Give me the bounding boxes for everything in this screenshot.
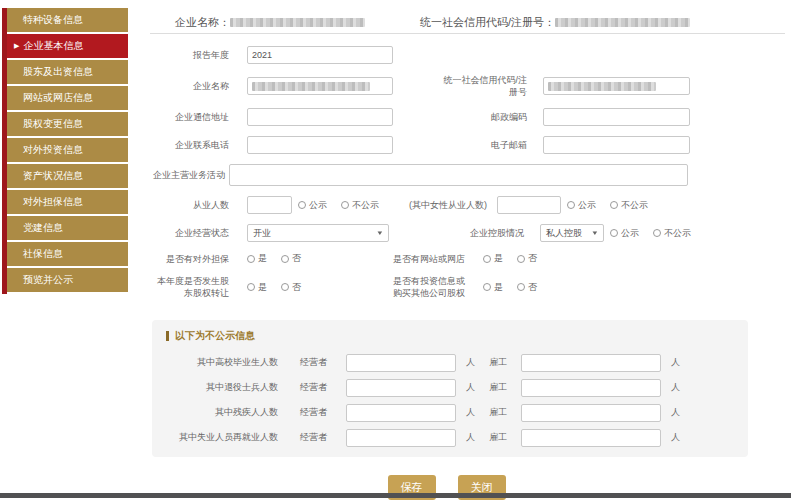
reemployed-label: 其中失业人员再就业人数 — [152, 431, 278, 444]
sidebar-item-guarantee[interactable]: 对外担保信息 — [7, 190, 128, 214]
address-input[interactable] — [247, 108, 393, 126]
sidebar-item-basic-info[interactable]: ▶企业基本信息 — [7, 34, 128, 58]
equity-transfer-label: 本年度是否发生股东股权转让 — [150, 275, 247, 299]
investment-yes-radio[interactable] — [483, 283, 491, 291]
equity-transfer-yes-radio[interactable] — [247, 283, 255, 291]
phone-row: 企业联系电话 电子邮箱 — [150, 136, 791, 154]
guarantee-row: 是否有对外担保 是 否 是否有网站或网店 是 否 — [150, 252, 791, 265]
credit-code-header-label: 统一社会信用代码/注册号： — [420, 15, 555, 30]
address-label: 企业通信地址 — [150, 111, 247, 123]
nonpublic-section-header: 以下为不公示信息 — [166, 330, 748, 342]
company-name-input[interactable] — [247, 77, 393, 95]
female-public-radio[interactable] — [567, 201, 575, 209]
employees-label: 从业人数 — [150, 199, 247, 211]
business-status-value: 开业 — [253, 227, 271, 240]
section-marker-icon — [166, 331, 169, 341]
active-arrow-icon: ▶ — [14, 42, 19, 49]
website-yes-radio[interactable] — [483, 255, 491, 263]
graduates-operator-input[interactable] — [346, 354, 456, 372]
company-name-label: 企业名称 — [150, 80, 247, 92]
sidebar-item-assets[interactable]: 资产状况信息 — [7, 164, 128, 188]
phone-input[interactable] — [247, 136, 393, 154]
sidebar-item-special-equipment[interactable]: 特种设备信息 — [7, 8, 128, 32]
sidebar-item-shareholders[interactable]: 股东及出资信息 — [7, 60, 128, 84]
veterans-label: 其中退役士兵人数 — [152, 381, 278, 394]
sidebar-item-outbound-investment[interactable]: 对外投资信息 — [7, 138, 128, 162]
guarantee-label: 是否有对外担保 — [150, 253, 247, 265]
sidebar: 特种设备信息 ▶企业基本信息 股东及出资信息 网站或网店信息 股权变更信息 对外… — [2, 8, 128, 294]
equity-transfer-no-radio[interactable] — [281, 283, 289, 291]
sidebar-item-equity-change[interactable]: 股权变更信息 — [7, 112, 128, 136]
website-no-radio[interactable] — [517, 255, 525, 263]
employees-private-radio[interactable] — [341, 201, 349, 209]
disabled-operator-input[interactable] — [346, 404, 456, 422]
disabled-row: 其中残疾人人数 经营者 人 雇工 人 — [152, 404, 748, 422]
employees-public-radio[interactable] — [298, 201, 306, 209]
veterans-row: 其中退役士兵人数 经营者 人 雇工 人 — [152, 379, 748, 397]
nonpublic-rows: 其中高校毕业生人数 经营者 人 雇工 人 其中退役士兵人数 经营者 人 雇工 — [152, 354, 748, 447]
investment-no-radio[interactable] — [517, 283, 525, 291]
holding-status-label: 企业控股情况 — [389, 227, 540, 239]
sidebar-item-social-security[interactable]: 社保信息 — [7, 242, 128, 266]
sidebar-item-preview-publish[interactable]: 预览并公示 — [7, 268, 128, 292]
graduates-employee-input[interactable] — [521, 354, 661, 372]
holding-private-radio[interactable] — [653, 229, 661, 237]
company-name-row: 企业名称 统一社会信用代码/注册号 — [150, 74, 791, 98]
footer-bar — [0, 493, 791, 498]
summary-header: 企业名称： 统一社会信用代码/注册号： — [150, 0, 791, 33]
redacted-text — [548, 82, 656, 91]
investment-label: 是否有投资信息或购买其他公司股权 — [347, 275, 477, 299]
phone-label: 企业联系电话 — [150, 139, 247, 151]
graduates-label: 其中高校毕业生人数 — [152, 356, 278, 369]
report-year-label: 报告年度 — [150, 49, 247, 61]
disabled-label: 其中残疾人人数 — [152, 406, 278, 419]
female-employees-label: (其中女性从业人数) — [379, 199, 497, 211]
reemployed-operator-input[interactable] — [346, 429, 456, 447]
female-employees-input[interactable] — [497, 196, 561, 214]
holding-status-select[interactable]: 私人控股 ▼ — [540, 224, 604, 242]
disabled-employee-input[interactable] — [521, 404, 661, 422]
main-business-label: 企业主营业务活动 — [150, 169, 225, 181]
postcode-label: 邮政编码 — [393, 111, 543, 123]
main-business-input[interactable] — [229, 164, 688, 186]
report-year-input[interactable] — [247, 46, 393, 64]
chevron-down-icon: ▼ — [376, 230, 384, 236]
redacted-text — [252, 82, 370, 91]
report-year-row: 报告年度 — [150, 46, 791, 64]
reemployed-employee-input[interactable] — [521, 429, 661, 447]
graduates-row: 其中高校毕业生人数 经营者 人 雇工 人 — [152, 354, 748, 372]
redacted-credit-code — [555, 18, 690, 27]
business-status-select[interactable]: 开业 ▼ — [247, 224, 389, 242]
holding-public-radio[interactable] — [610, 229, 618, 237]
nonpublic-section: 以下为不公示信息 其中高校毕业生人数 经营者 人 雇工 人 其中退役士兵人数 — [152, 320, 748, 457]
company-name-header-label: 企业名称： — [175, 15, 230, 30]
basic-info-form: 报告年度 企业名称 统一社会信用代码/注册号 企业通信地址 邮政编码 企业联系电… — [150, 34, 791, 500]
chevron-down-icon: ▼ — [591, 230, 599, 236]
email-label: 电子邮箱 — [393, 139, 543, 151]
guarantee-no-radio[interactable] — [281, 255, 289, 263]
credit-code-input[interactable] — [543, 77, 690, 95]
reemployed-row: 其中失业人员再就业人数 经营者 人 雇工 人 — [152, 429, 748, 447]
employees-row: 从业人数 公示 不公示 (其中女性从业人数) 公示 不公示 — [150, 196, 791, 214]
website-label: 是否有网站或网店 — [347, 253, 477, 265]
sidebar-item-party-building[interactable]: 党建信息 — [7, 216, 128, 240]
veterans-employee-input[interactable] — [521, 379, 661, 397]
redacted-company-name — [230, 18, 365, 27]
credit-code-label: 统一社会信用代码/注册号 — [393, 74, 543, 98]
nonpublic-section-title: 以下为不公示信息 — [175, 329, 255, 343]
guarantee-yes-radio[interactable] — [247, 255, 255, 263]
employees-input[interactable] — [247, 196, 292, 214]
equity-transfer-row: 本年度是否发生股东股权转让 是 否 是否有投资信息或购买其他公司股权 是 否 — [150, 275, 791, 299]
holding-status-value: 私人控股 — [546, 227, 582, 240]
main-form: 企业名称： 统一社会信用代码/注册号： 报告年度 企业名称 统一社会信用代码/注… — [150, 0, 791, 500]
business-status-label: 企业经营状态 — [150, 227, 247, 239]
postcode-input[interactable] — [543, 108, 690, 126]
email-input[interactable] — [543, 136, 690, 154]
address-row: 企业通信地址 邮政编码 — [150, 108, 791, 126]
annual-report-form-page: 特种设备信息 ▶企业基本信息 股东及出资信息 网站或网店信息 股权变更信息 对外… — [0, 0, 791, 500]
main-business-row: 企业主营业务活动 — [150, 164, 791, 186]
female-private-radio[interactable] — [610, 201, 618, 209]
sidebar-item-website-info[interactable]: 网站或网店信息 — [7, 86, 128, 110]
veterans-operator-input[interactable] — [346, 379, 456, 397]
status-row: 企业经营状态 开业 ▼ 企业控股情况 私人控股 ▼ 公示 不公示 — [150, 224, 791, 242]
